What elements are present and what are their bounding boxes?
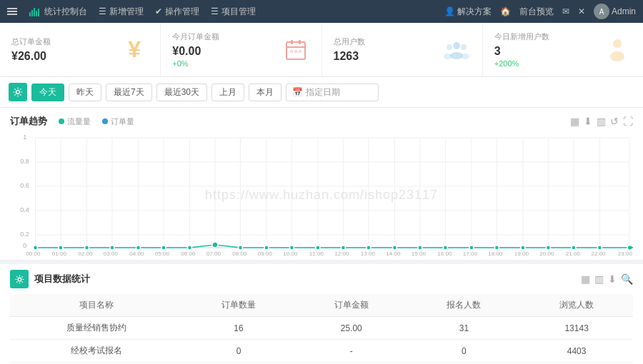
svg-text:02:00: 02:00 [78, 251, 93, 257]
svg-text:08:00: 08:00 [232, 251, 247, 257]
svg-text:18:00: 18:00 [488, 251, 503, 257]
nav-item-op-mgmt[interactable]: ✔ 操作管理 [155, 6, 199, 18]
nav-proj-mgmt-icon: ☰ [211, 6, 219, 16]
stat-month-order-icon [281, 36, 310, 64]
nav-item-proj-mgmt[interactable]: ☰ 项目管理 [211, 6, 256, 18]
filter-btn-today[interactable]: 今天 [31, 84, 64, 101]
table-actions: ▦ ▥ ⬇ 🔍 [581, 273, 633, 285]
brand-chart-icon [29, 6, 40, 17]
svg-text:04:00: 04:00 [129, 251, 144, 257]
nav-preview[interactable]: 前台预览 [519, 6, 554, 18]
svg-text:11:00: 11:00 [309, 251, 324, 257]
nav-home[interactable]: 🏠 [500, 6, 511, 16]
svg-rect-7 [291, 40, 293, 44]
nav-left: 统计控制台 ☰ 新增管理 ✔ 操作管理 ☰ 项目管理 [7, 6, 256, 18]
table-settings-btn[interactable] [10, 270, 29, 288]
nav-admin: A Admin [594, 4, 636, 19]
nav-item-new-mgmt[interactable]: ☰ 新增管理 [99, 6, 144, 18]
legend-traffic-label: 流量量 [67, 116, 91, 127]
stat-new-users-icon [603, 36, 632, 64]
svg-point-76 [521, 246, 525, 250]
table-action-export-icon[interactable]: ⬇ [608, 273, 617, 285]
col-header-signup: 报名人数 [408, 294, 521, 317]
table-cell-views-0: 13143 [520, 317, 633, 340]
solution-label: 解决方案 [457, 6, 492, 18]
svg-point-14 [447, 44, 452, 50]
chart-action-table-icon[interactable]: ▦ [570, 116, 579, 127]
svg-text:00:00: 00:00 [26, 251, 41, 257]
table-cell-orders-0: 16 [182, 317, 295, 340]
nav-op-mgmt-icon: ✔ [155, 6, 162, 16]
chart-actions: ▦ ⬇ ▥ ↺ ⛶ [570, 116, 633, 127]
svg-text:01:00: 01:00 [52, 251, 67, 257]
nav-close[interactable]: ✕ [578, 6, 585, 16]
table-action-grid1-icon[interactable]: ▦ [581, 273, 590, 285]
filter-btn-30days[interactable]: 最近30天 [156, 84, 207, 101]
svg-point-69 [341, 246, 345, 250]
nav-right: 👤 解决方案 🏠 前台预览 ✉ ✕ A Admin [444, 4, 636, 19]
stat-total-order-label: 总订单金额 [11, 36, 51, 47]
order-chart-svg: 1 0.8 0.6 0.4 0.2 0 [10, 132, 633, 257]
home-icon: 🏠 [500, 6, 511, 16]
nav-message[interactable]: ✉ [562, 6, 569, 16]
nav-solution[interactable]: 👤 解决方案 [444, 6, 492, 18]
chart-action-expand-icon[interactable]: ⛶ [623, 116, 633, 127]
filter-btn-last-month[interactable]: 上月 [211, 84, 244, 101]
svg-point-77 [546, 246, 550, 250]
svg-point-12 [453, 42, 460, 49]
table-action-search-icon[interactable]: 🔍 [621, 273, 633, 285]
stat-month-order-sub: +0% [172, 59, 219, 68]
chart-title: 订单趋势 [10, 115, 47, 128]
svg-rect-11 [299, 50, 301, 53]
chart-legend: 流量量 订单量 [59, 116, 134, 127]
svg-text:10:00: 10:00 [283, 251, 298, 257]
table-cell-views-1: 4403 [520, 340, 633, 363]
table-body: 质量经销售协约1625.003113143经校考试报名0-04403广外活动报名… [10, 317, 633, 365]
stat-new-users-change: +200% [494, 59, 519, 68]
svg-point-68 [316, 246, 320, 250]
filter-btn-yesterday[interactable]: 昨天 [69, 84, 101, 101]
svg-point-19 [610, 51, 624, 61]
chart-action-bar-icon[interactable]: ▥ [597, 116, 606, 127]
svg-point-57 [33, 246, 37, 250]
gear-icon [13, 87, 23, 97]
chart-action-download-icon[interactable]: ⬇ [584, 116, 592, 127]
avatar: A [594, 4, 609, 19]
table-action-grid2-icon[interactable]: ▥ [594, 273, 604, 285]
calendar-icon [284, 39, 307, 61]
order-trend-chart-section: 订单趋势 流量量 订单量 ▦ ⬇ ▥ ↺ ⛶ https://www.huzha… [0, 108, 643, 260]
chart-action-refresh-icon[interactable]: ↺ [610, 116, 619, 127]
table-row: 经校考试报名0-04403 [10, 340, 633, 363]
svg-rect-4 [38, 9, 39, 16]
svg-point-59 [84, 246, 89, 250]
svg-text:0.8: 0.8 [20, 158, 29, 165]
menu-icon[interactable] [7, 8, 17, 15]
svg-point-72 [418, 246, 422, 250]
date-filter-toolbar: 今天 昨天 最近7天 最近30天 上月 本月 📅 指定日期 [0, 77, 643, 108]
filter-btn-7days[interactable]: 最近7天 [106, 84, 152, 101]
table-cell-signup-0: 31 [408, 317, 521, 340]
svg-rect-0 [29, 12, 31, 16]
stat-total-order-icon: ¥ [120, 36, 149, 64]
date-range-input[interactable]: 📅 指定日期 [286, 84, 379, 101]
svg-point-67 [289, 246, 294, 250]
message-icon: ✉ [562, 6, 569, 16]
users-group-icon [444, 40, 469, 60]
brand-label: 统计控制台 [44, 6, 87, 18]
svg-text:13:00: 13:00 [361, 251, 376, 257]
svg-text:07:00: 07:00 [206, 251, 221, 257]
svg-point-74 [469, 246, 474, 250]
svg-point-71 [392, 246, 397, 250]
settings-icon-btn[interactable] [9, 83, 27, 101]
svg-text:21:00: 21:00 [566, 251, 581, 257]
svg-text:20:00: 20:00 [539, 251, 554, 257]
svg-text:16:00: 16:00 [437, 251, 452, 257]
svg-point-75 [494, 246, 499, 250]
svg-text:05:00: 05:00 [155, 251, 170, 257]
stat-month-order-value: ¥0.00 [172, 45, 219, 58]
stat-total-users-info: 总用户数 1263 [334, 36, 365, 63]
filter-btn-this-month[interactable]: 本月 [249, 84, 281, 101]
chart-canvas-wrap: https://www.huzhan.com/ishop23117 1 0.8 … [10, 132, 633, 257]
svg-text:03:00: 03:00 [104, 251, 119, 257]
stat-total-order-info: 总订单金额 ¥26.00 [11, 36, 51, 63]
